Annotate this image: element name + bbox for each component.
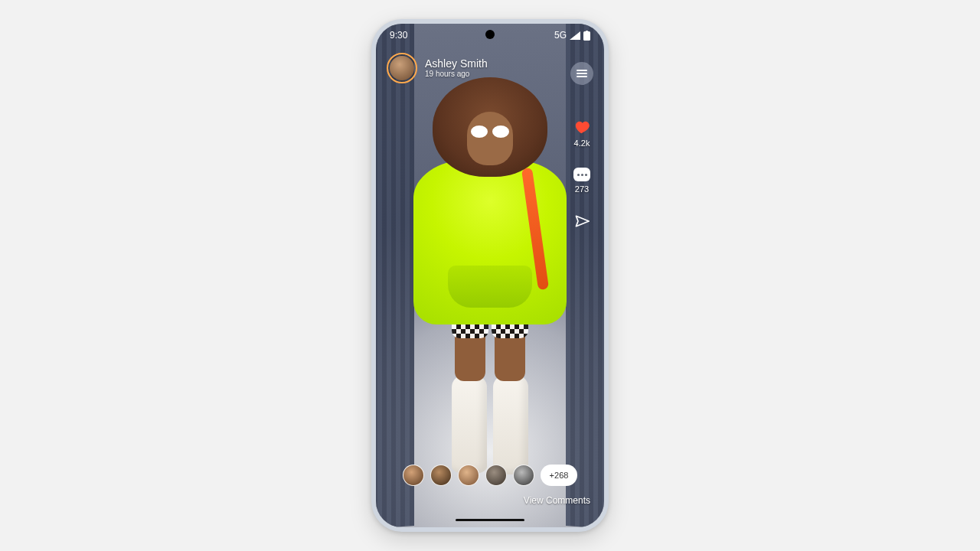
- comment-icon: [573, 168, 590, 181]
- battery-icon: [583, 31, 590, 41]
- menu-icon: [577, 73, 587, 74]
- person-illustration: [410, 77, 570, 506]
- like-button[interactable]: 4.2k: [574, 120, 590, 148]
- viewer-avatar[interactable]: [513, 465, 534, 486]
- home-indicator[interactable]: [456, 519, 524, 521]
- posted-time: 19 hours ago: [425, 70, 488, 78]
- phone-screen: 9:30 5G Ashley Smith 19 hours ago: [376, 24, 604, 527]
- background-decor: [376, 24, 414, 527]
- more-viewers-count: +268: [550, 471, 569, 480]
- status-time: 9:30: [390, 30, 407, 41]
- like-count: 4.2k: [574, 139, 590, 148]
- svg-rect-0: [583, 31, 590, 41]
- more-viewers-button[interactable]: +268: [541, 465, 578, 486]
- phone-frame: 9:30 5G Ashley Smith 19 hours ago: [371, 19, 609, 532]
- author-name: Ashley Smith: [425, 58, 488, 70]
- comment-button[interactable]: 273: [573, 168, 590, 194]
- viewer-avatar[interactable]: [485, 465, 507, 486]
- heart-icon: [574, 120, 590, 135]
- menu-button[interactable]: [570, 62, 593, 85]
- network-label: 5G: [554, 30, 567, 41]
- post-header[interactable]: Ashley Smith 19 hours ago: [387, 53, 488, 83]
- view-comments-link[interactable]: View Comments: [524, 495, 590, 506]
- signal-icon: [570, 31, 580, 40]
- author-avatar[interactable]: [387, 53, 417, 83]
- viewers-row: +268: [376, 465, 604, 486]
- comment-count: 273: [575, 184, 589, 194]
- viewer-avatar[interactable]: [403, 465, 424, 486]
- view-comments-label: View Comments: [524, 495, 590, 506]
- share-button[interactable]: [574, 214, 590, 229]
- send-icon: [574, 214, 590, 229]
- viewer-avatar[interactable]: [430, 465, 452, 486]
- svg-rect-1: [586, 31, 588, 32]
- viewer-avatar[interactable]: [458, 465, 479, 486]
- camera-notch: [485, 30, 495, 39]
- action-rail: 4.2k 273: [570, 62, 593, 229]
